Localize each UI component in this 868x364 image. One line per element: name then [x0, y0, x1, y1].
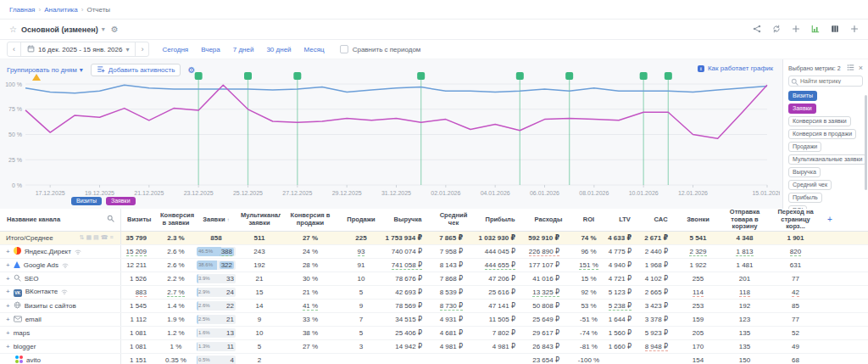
- table-row[interactable]: +email1 1121.9 %2.5%21933 %734 515 ₽4 93…: [0, 312, 868, 326]
- preset-2[interactable]: Вчера: [201, 46, 220, 53]
- column-header-0[interactable]: Визиты: [120, 209, 158, 231]
- channel-name[interactable]: SEO: [25, 275, 39, 283]
- column-header-8[interactable]: Прибыль: [474, 209, 526, 231]
- column-header-5[interactable]: Продажи: [340, 209, 382, 231]
- channel-name[interactable]: blogger: [14, 343, 36, 350]
- report-title[interactable]: Основной (изменен): [21, 25, 98, 34]
- table-row[interactable]: +SEO1 5262.2 %3.9%332130 %1078 676 ₽7 86…: [0, 272, 868, 285]
- close-icon[interactable]: ×: [859, 64, 863, 72]
- metric-chip[interactable]: Выручка: [788, 167, 821, 177]
- column-header-3[interactable]: Мультиканальн... заявки: [238, 209, 281, 231]
- metric-chip-selected[interactable]: Заявки: [788, 104, 816, 114]
- expand-row-button[interactable]: +: [6, 302, 10, 310]
- favorite-star-icon[interactable]: ☆: [9, 25, 17, 34]
- vkontakte-icon: VK: [14, 289, 22, 297]
- column-header-channel[interactable]: Название канала: [0, 209, 120, 231]
- add-column-button[interactable]: +: [819, 209, 868, 231]
- expand-row-button[interactable]: +: [6, 343, 10, 350]
- breadcrumb: Главная›Аналитика›Отчеты: [0, 0, 868, 20]
- cell-value: 28 %: [281, 258, 340, 272]
- preset-4[interactable]: 30 дней: [266, 46, 291, 53]
- table-row[interactable]: +maps1 0811.2 %1.6%131038 %525 406 ₽4 68…: [0, 326, 868, 339]
- channel-name[interactable]: email: [25, 316, 42, 323]
- breadcrumb-item-2[interactable]: Аналитика: [44, 6, 78, 14]
- chart-view-icon[interactable]: [811, 25, 820, 33]
- cell-value: 50 808 ₽: [526, 299, 570, 312]
- legend-badge[interactable]: Визиты: [71, 197, 102, 205]
- channel-name[interactable]: ВКонтакте: [25, 288, 58, 295]
- line-chart[interactable]: 0 %25 %50 %75 %100 %17.12.202519.12.2025…: [0, 59, 780, 209]
- channel-name[interactable]: Google Ads: [24, 261, 58, 269]
- svg-text:25.12.2025: 25.12.2025: [233, 190, 263, 196]
- cell-value: 27 %: [281, 339, 340, 353]
- cell-value: 1 968 ₽: [643, 258, 679, 272]
- channel-name[interactable]: avito: [26, 356, 41, 364]
- legend-badge[interactable]: Заявки: [106, 197, 136, 205]
- channel-name[interactable]: Яндекс.Директ: [25, 248, 71, 255]
- column-header-12[interactable]: CAC: [643, 209, 679, 231]
- expand-row-button[interactable]: +: [6, 261, 10, 269]
- preset-3[interactable]: 7 дней: [233, 46, 254, 53]
- totals-value: 7 865 ₽: [433, 231, 474, 244]
- metric-search-input[interactable]: [788, 76, 863, 87]
- date-next-button[interactable]: ›: [135, 42, 148, 56]
- date-prev-button[interactable]: ‹: [8, 42, 21, 56]
- metric-chips: ВизитыЗаявкиКонверсия в заявкиКонверсия …: [788, 91, 863, 209]
- search-icon[interactable]: [792, 25, 800, 33]
- table-row[interactable]: +Яндекс.Директ15 2092.6 %46.5%38824324 %…: [0, 244, 868, 258]
- table-row[interactable]: +Визиты с сайтов1 5451.4 %2.6%221441 %97…: [0, 299, 868, 312]
- cell-value: 0.35 %: [158, 353, 194, 364]
- expand-row-button[interactable]: +: [6, 329, 10, 337]
- column-header-13[interactable]: Звонки: [679, 209, 717, 231]
- row-display-options[interactable]: ⇅▦▤☎≡: [80, 234, 115, 241]
- report-settings-gear-icon[interactable]: ⚙: [111, 25, 119, 34]
- metric-chip-selected[interactable]: Визиты: [788, 91, 817, 101]
- cell-value: 4 931 ₽: [433, 312, 474, 326]
- channel-name[interactable]: maps: [14, 329, 31, 337]
- cell-value: 1 %: [158, 339, 194, 353]
- expand-row-button[interactable]: +: [6, 316, 10, 323]
- column-header-7[interactable]: Средний чек: [433, 209, 474, 231]
- cell-value: [340, 353, 382, 364]
- add-icon[interactable]: [850, 25, 859, 33]
- table-row[interactable]: +blogger1 0811 %1.3%11527 %314 942 ₽4 98…: [0, 339, 868, 353]
- chevron-down-icon[interactable]: ▾: [102, 25, 105, 33]
- expand-row-button[interactable]: +: [6, 248, 10, 255]
- list-view-icon[interactable]: [847, 64, 854, 72]
- expand-row-button[interactable]: +: [6, 288, 10, 295]
- panel-scrollbar[interactable]: [865, 95, 867, 190]
- table-row[interactable]: +VKВКонтакте8832.7 %2.9%241521 %542 693 …: [0, 285, 868, 299]
- cell-value: 8 948 ₽: [643, 339, 679, 353]
- preset-1[interactable]: Сегодня: [162, 46, 188, 53]
- metric-chip[interactable]: Мультиканальные заявки: [788, 154, 866, 165]
- cell-value: 123: [717, 312, 772, 326]
- metric-chip[interactable]: Продажи: [788, 142, 821, 152]
- compare-checkbox[interactable]: [340, 45, 348, 53]
- column-header-1[interactable]: Конверсия в заявки: [158, 209, 194, 231]
- column-header-11[interactable]: LTV: [607, 209, 643, 231]
- preset-5[interactable]: Месяц: [304, 46, 325, 53]
- column-header-9[interactable]: Расходы: [526, 209, 570, 231]
- table-row[interactable]: +Google Ads12 2112.6 %38.6%32219228 %917…: [0, 258, 868, 272]
- breadcrumb-item-1[interactable]: Главная: [9, 6, 35, 14]
- column-header-6[interactable]: Выручка: [382, 209, 433, 231]
- table-view-icon[interactable]: [831, 25, 839, 33]
- share-icon[interactable]: [753, 25, 761, 33]
- column-header-10[interactable]: ROI: [570, 209, 607, 231]
- refresh-icon[interactable]: [772, 25, 781, 33]
- date-range-picker[interactable]: 16 дек. 2025 - 15 янв. 2026 ▾: [21, 42, 135, 56]
- metric-chip[interactable]: Конверсия в заявки: [788, 116, 851, 126]
- table-row[interactable]: avito1 1510.35 %0.5%4223 654 ₽-100 %1541…: [0, 353, 868, 364]
- expand-row-button[interactable]: +: [6, 275, 10, 283]
- metric-chip[interactable]: Средний чек: [788, 180, 832, 190]
- channel-name[interactable]: Визиты с сайтов: [25, 302, 76, 310]
- column-header-4[interactable]: Конверсия в продажи: [281, 209, 340, 231]
- column-header-2[interactable]: Заявки ↑: [194, 209, 238, 231]
- metric-chip[interactable]: Конверсия в продажи: [788, 129, 856, 139]
- compare-period-toggle[interactable]: Сравнить с периодом: [340, 45, 421, 53]
- column-header-14[interactable]: Отправка товара в корзину: [717, 209, 772, 231]
- column-header-15[interactable]: Переход на страницу корз...: [772, 209, 819, 231]
- metric-chip[interactable]: Прибыль: [788, 193, 822, 203]
- cell-value: 135: [717, 326, 772, 339]
- search-icon[interactable]: [107, 215, 114, 225]
